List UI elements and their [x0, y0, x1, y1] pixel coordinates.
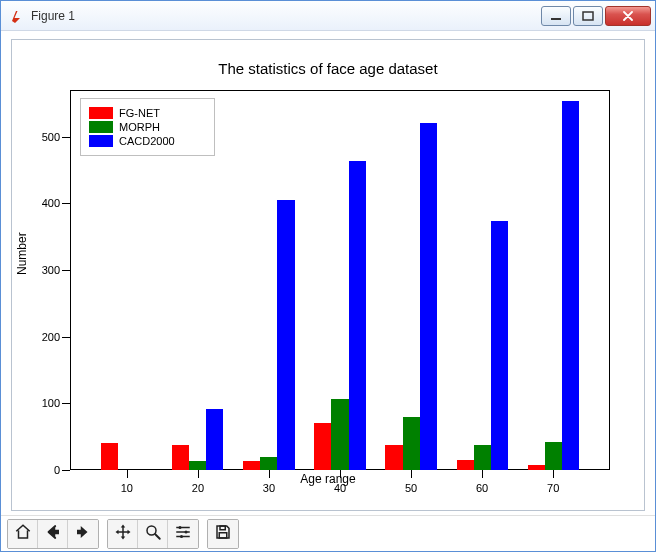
svg-point-5	[180, 535, 183, 538]
y-tick-label: 200	[30, 331, 60, 343]
legend-item: FG-NET	[89, 107, 206, 119]
svg-rect-1	[583, 12, 593, 20]
plot-frame: The statistics of face age dataset Numbe…	[11, 39, 645, 511]
titlebar: Figure 1	[1, 1, 655, 31]
maximize-button[interactable]	[573, 6, 603, 26]
home-button[interactable]	[8, 520, 38, 548]
chart-bar	[349, 161, 366, 470]
chart-bar	[385, 445, 402, 470]
forward-button[interactable]	[68, 520, 98, 548]
sliders-icon	[174, 523, 192, 544]
plot-canvas: The statistics of face age dataset Numbe…	[1, 31, 655, 515]
mpl-toolbar	[1, 515, 655, 551]
chart-bar	[243, 461, 260, 470]
y-tick-label: 400	[30, 197, 60, 209]
y-tick	[62, 203, 70, 204]
view-group	[107, 519, 199, 549]
chart-bar	[420, 123, 437, 470]
svg-rect-6	[220, 526, 225, 530]
y-tick	[62, 470, 70, 471]
close-button[interactable]	[605, 6, 651, 26]
x-tick	[269, 470, 270, 478]
chart-axes: FG-NETMORPHCACD2000 01002003004005001020…	[70, 90, 610, 470]
y-tick	[62, 137, 70, 138]
legend-label: CACD2000	[119, 135, 175, 147]
back-button[interactable]	[38, 520, 68, 548]
svg-rect-7	[219, 533, 227, 538]
legend-item: MORPH	[89, 121, 206, 133]
save-button[interactable]	[208, 520, 238, 548]
chart-bar	[562, 101, 579, 470]
x-tick-label: 20	[192, 482, 204, 494]
x-tick	[553, 470, 554, 478]
y-tick-label: 0	[30, 464, 60, 476]
y-tick	[62, 403, 70, 404]
svg-rect-0	[551, 18, 561, 20]
y-tick-label: 300	[30, 264, 60, 276]
legend-swatch	[89, 121, 113, 133]
tk-app-icon	[9, 8, 25, 24]
window-buttons	[539, 6, 651, 26]
chart-bar	[189, 461, 206, 470]
chart-bar	[474, 445, 491, 470]
legend-item: CACD2000	[89, 135, 206, 147]
y-tick	[62, 270, 70, 271]
arrow-right-icon	[74, 523, 92, 544]
home-icon	[14, 523, 32, 544]
svg-point-3	[179, 526, 182, 529]
pan-button[interactable]	[108, 520, 138, 548]
y-axis-label: Number	[15, 232, 29, 275]
x-tick-label: 10	[121, 482, 133, 494]
chart-bar	[403, 417, 420, 470]
legend-label: MORPH	[119, 121, 160, 133]
x-tick	[127, 470, 128, 478]
chart-bar	[314, 423, 331, 470]
nav-group	[7, 519, 99, 549]
chart-bar	[206, 409, 223, 470]
y-tick	[62, 337, 70, 338]
x-tick-label: 70	[547, 482, 559, 494]
x-tick-label: 60	[476, 482, 488, 494]
chart-bar	[260, 457, 277, 470]
window-title: Figure 1	[31, 9, 539, 23]
x-tick-label: 30	[263, 482, 275, 494]
x-tick-label: 50	[405, 482, 417, 494]
legend-swatch	[89, 135, 113, 147]
chart-bar	[491, 221, 508, 470]
y-tick-label: 500	[30, 131, 60, 143]
app-window: Figure 1 The statistics of face age data…	[0, 0, 656, 552]
save-icon	[214, 523, 232, 544]
x-tick	[411, 470, 412, 478]
arrow-left-icon	[44, 523, 62, 544]
chart-bar	[172, 445, 189, 470]
x-tick	[340, 470, 341, 478]
svg-point-4	[185, 531, 188, 534]
chart-bar	[277, 200, 294, 470]
chart-title: The statistics of face age dataset	[12, 60, 644, 77]
chart-bar	[331, 399, 348, 470]
legend-label: FG-NET	[119, 107, 160, 119]
chart-bar	[545, 442, 562, 470]
save-group	[207, 519, 239, 549]
chart-bar	[101, 443, 118, 470]
x-tick	[482, 470, 483, 478]
move-icon	[114, 523, 132, 544]
legend-swatch	[89, 107, 113, 119]
y-tick-label: 100	[30, 397, 60, 409]
chart-legend: FG-NETMORPHCACD2000	[80, 98, 215, 156]
zoom-button[interactable]	[138, 520, 168, 548]
magnify-icon	[144, 523, 162, 544]
x-tick-label: 40	[334, 482, 346, 494]
chart-bar	[457, 460, 474, 470]
chart-bar	[528, 465, 545, 470]
x-tick	[198, 470, 199, 478]
minimize-button[interactable]	[541, 6, 571, 26]
subplots-button[interactable]	[168, 520, 198, 548]
